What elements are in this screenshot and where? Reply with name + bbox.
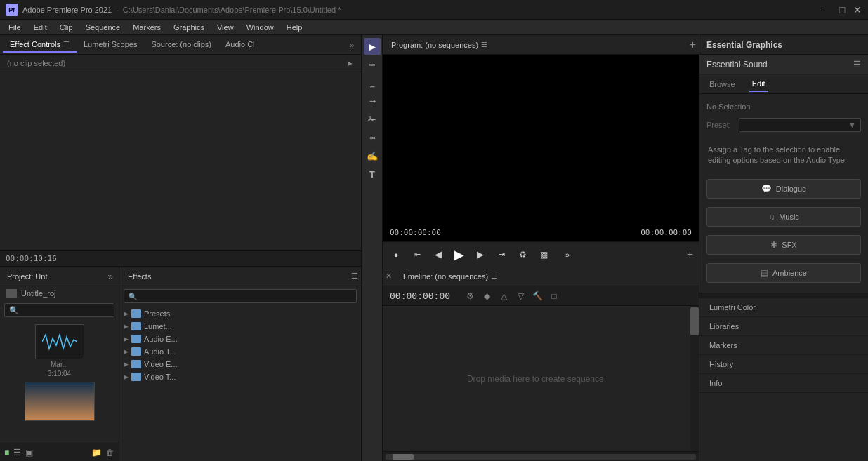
timeline-header-row: 00:00:00:00 ⚙ ◆ △ ▽ 🔨 □ <box>383 286 699 306</box>
menu-markers[interactable]: Markers <box>127 22 166 33</box>
project-list-icon[interactable]: ■ <box>4 448 9 457</box>
sfx-icon: ✱ <box>770 240 777 250</box>
program-tab-menu-icon[interactable]: ☰ <box>481 41 487 48</box>
menu-help[interactable]: Help <box>281 22 308 33</box>
tab-program[interactable]: Program: (no sequences) ☰ <box>386 38 493 52</box>
tool-razor[interactable]: ✁ <box>364 111 381 128</box>
tool-ripple-edit[interactable]: ⎯ <box>364 74 381 91</box>
tool-slip[interactable]: ⇔ <box>364 129 381 146</box>
preset-label: Preset: <box>706 121 735 129</box>
maximize-button[interactable]: □ <box>837 5 847 15</box>
preset-dropdown[interactable]: ▼ <box>739 118 861 132</box>
tab-timeline[interactable]: Timeline: (no sequences) ☰ <box>396 269 503 283</box>
tl-tool-overwrite[interactable]: ▽ <box>513 289 527 303</box>
sfx-button[interactable]: ✱ SFX <box>706 235 861 255</box>
essential-sound-menu-icon[interactable]: ☰ <box>853 60 861 69</box>
marker-button[interactable]: ● <box>388 247 404 262</box>
list-item-libraries[interactable]: Libraries <box>699 317 868 336</box>
effect-controls-menu-icon[interactable]: ☰ <box>63 40 70 48</box>
tool-type[interactable]: T <box>364 166 381 182</box>
tl-tool-marker[interactable]: ◆ <box>480 289 494 303</box>
effects-search-bar[interactable]: 🔍 <box>124 289 357 303</box>
tab-effect-controls[interactable]: Effect Controls ☰ <box>3 37 77 53</box>
project-icon-view[interactable]: ▣ <box>25 448 33 457</box>
controls-more-icon[interactable]: » <box>560 247 575 262</box>
project-delete-icon[interactable]: 🗑 <box>106 448 114 457</box>
panel-more-button[interactable]: » <box>346 41 358 49</box>
step-forward-button[interactable]: ⇥ <box>494 247 509 262</box>
tool-hand[interactable]: ✍ <box>364 147 381 164</box>
timeline-close-button[interactable]: ✕ <box>386 272 392 281</box>
tab-source[interactable]: Source: (no clips) <box>144 37 218 53</box>
tab-effects[interactable]: Effects <box>122 269 157 283</box>
tree-arrow-audioe: ▶ <box>124 335 129 342</box>
timeline-tab-menu-icon[interactable]: ☰ <box>491 272 497 280</box>
minimize-button[interactable]: — <box>822 5 831 15</box>
play-button[interactable]: ▶ <box>452 247 467 262</box>
timeline-scrollbar-vertical[interactable] <box>690 306 699 451</box>
timestamp-bar: 00:00:10:16 <box>0 250 361 266</box>
music-button[interactable]: ♫ Music <box>706 207 861 227</box>
timeline-scrollbar-horizontal-thumb[interactable] <box>393 454 414 460</box>
add-control-button[interactable]: + <box>687 248 693 261</box>
project-thumbnail-area: Mar... 3:10:04 <box>0 320 119 443</box>
tree-folder-videoe <box>131 360 141 368</box>
step-back-button[interactable]: ⇤ <box>409 247 425 262</box>
monitor-add-icon[interactable]: + <box>690 39 696 51</box>
tl-tool-insert[interactable]: △ <box>497 289 511 303</box>
insert-button[interactable]: ♻ <box>515 247 530 262</box>
menu-sequence[interactable]: Sequence <box>80 22 126 33</box>
effect-controls-content: (no clip selected) ► 00:00:10:16 <box>0 55 361 266</box>
overwrite-button[interactable]: ▩ <box>536 247 551 262</box>
program-tab-label: Program: (no sequences) <box>391 41 478 49</box>
menu-view[interactable]: View <box>211 22 239 33</box>
tree-item-videot[interactable]: ▶ Video T... <box>119 370 361 383</box>
tree-item-videoe[interactable]: ▶ Video E... <box>119 358 361 370</box>
tool-select[interactable]: ▶ <box>364 38 381 55</box>
tab-project[interactable]: Project: Unt <box>3 269 51 283</box>
tree-item-lumetri[interactable]: ▶ Lumet... <box>119 320 361 333</box>
effects-search-input[interactable] <box>140 292 352 300</box>
project-new-folder-icon[interactable]: 📁 <box>91 448 102 457</box>
menu-edit[interactable]: Edit <box>28 22 53 33</box>
tool-rolling-edit[interactable]: ⇝ <box>364 93 381 109</box>
tab-audio-clip[interactable]: Audio Cl <box>218 37 262 53</box>
tl-tool-magnet[interactable]: ⚙ <box>463 289 477 303</box>
audio-wave-icon <box>42 331 77 352</box>
no-clip-expand-icon[interactable]: ► <box>346 59 354 67</box>
menu-window[interactable]: Window <box>241 22 280 33</box>
timeline-scrollbar-vertical-thumb[interactable] <box>690 307 699 335</box>
effects-menu-icon[interactable]: ☰ <box>351 272 358 281</box>
prev-edit-button[interactable]: ◀ <box>430 247 446 262</box>
tree-item-audioe[interactable]: ▶ Audio E... <box>119 333 361 345</box>
next-edit-button[interactable]: ▶ <box>473 247 488 262</box>
tool-track-select[interactable]: ⇨ <box>364 56 381 73</box>
project-expand-icon[interactable]: » <box>105 271 116 282</box>
menu-clip[interactable]: Clip <box>54 22 79 33</box>
ambience-icon: ▤ <box>761 268 768 278</box>
tab-browse[interactable]: Browse <box>706 77 738 91</box>
timeline-scrollbar-horizontal[interactable] <box>386 454 696 460</box>
tree-item-presets[interactable]: ▶ Presets <box>119 307 361 320</box>
list-item-markers[interactable]: Markers <box>699 336 868 355</box>
menu-file[interactable]: File <box>3 22 27 33</box>
menu-graphics[interactable]: Graphics <box>168 22 210 33</box>
tl-tool-captions[interactable]: □ <box>547 289 561 303</box>
ambience-button[interactable]: ▤ Ambience <box>706 263 861 283</box>
tl-tool-wrench[interactable]: 🔨 <box>530 289 544 303</box>
essential-graphics-header: Essential Graphics <box>699 35 868 55</box>
project-grid-icon[interactable]: ☰ <box>13 448 21 457</box>
list-item-history[interactable]: History <box>699 355 868 374</box>
tree-item-audiot[interactable]: ▶ Audio T... <box>119 345 361 358</box>
title-bar-controls: — □ ✕ <box>822 5 862 15</box>
list-item-info[interactable]: Info <box>699 374 868 393</box>
tab-edit[interactable]: Edit <box>749 76 768 92</box>
tree-arrow-videoe: ▶ <box>124 361 129 368</box>
effects-tree: ▶ Presets ▶ Lumet... ▶ Audio E... <box>119 306 361 461</box>
dialogue-button[interactable]: 💬 Dialogue <box>706 179 861 199</box>
close-button[interactable]: ✕ <box>853 5 862 15</box>
list-item-lumetri-color[interactable]: Lumetri Color <box>699 298 868 317</box>
file-path-value: C:\Users\Danial\Documents\Adobe\Premiere… <box>123 6 341 14</box>
tab-lumetri-scopes[interactable]: Lumetri Scopes <box>77 37 144 53</box>
project-search-bar[interactable]: 🔍 <box>4 303 114 317</box>
